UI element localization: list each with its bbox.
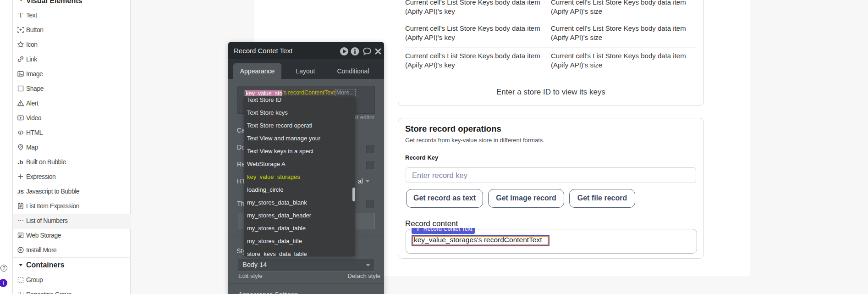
svg-text:JS: JS: [17, 189, 24, 194]
svg-text:b: b: [20, 159, 23, 166]
svg-text:T: T: [18, 11, 22, 19]
